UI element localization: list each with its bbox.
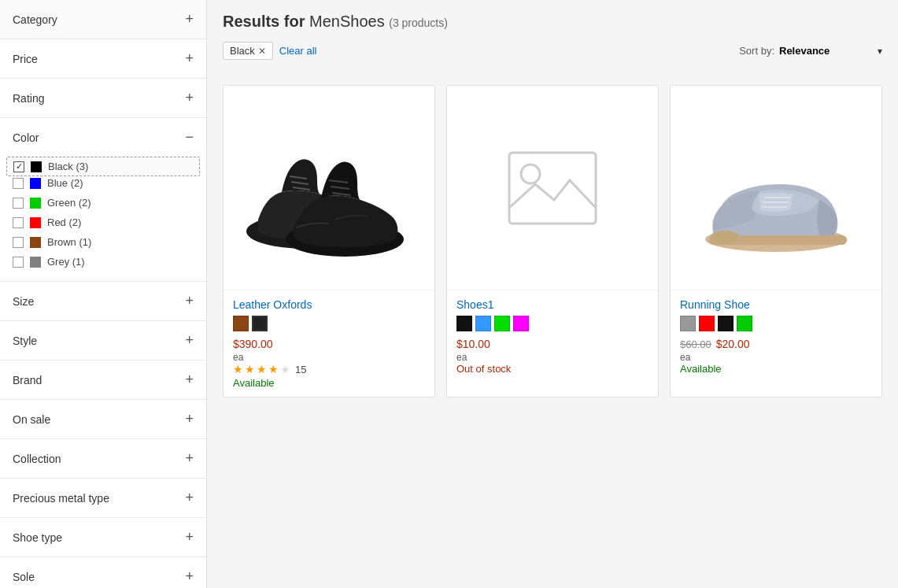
product-name-shoes1[interactable]: Shoes1 <box>456 298 649 311</box>
star3: ★ <box>257 363 267 375</box>
filter-on-sale[interactable]: On sale + <box>0 400 206 439</box>
star2: ★ <box>245 363 255 375</box>
checkmark-black: ✓ <box>16 161 23 172</box>
color-checkbox-blue[interactable] <box>13 178 24 189</box>
color-checkbox-black[interactable]: ✓ <box>13 161 24 172</box>
filter-category-icon: + <box>185 11 194 28</box>
product-name-leather-oxfords[interactable]: Leather Oxfords <box>233 298 425 311</box>
filter-collection[interactable]: Collection + <box>0 439 206 479</box>
color-text-grey: Grey (1) <box>47 256 85 268</box>
price-running-shoe: $20.00 <box>716 338 750 350</box>
star1: ★ <box>233 363 243 375</box>
main-content: Results for MenShoes (3 products) Black … <box>207 0 898 588</box>
color-option-blue[interactable]: Blue (2) <box>13 173 194 193</box>
color-checkbox-grey[interactable] <box>13 257 24 268</box>
filter-size[interactable]: Size + <box>0 282 206 321</box>
swatches-shoes1 <box>456 316 649 331</box>
product-info-leather-oxfords: Leather Oxfords $390.00 ea ★ ★ ★ ★ ★ <box>224 290 434 397</box>
filter-rating[interactable]: Rating + <box>0 79 206 118</box>
sort-label: Sort by: <box>739 45 774 57</box>
filter-color-icon: − <box>185 129 194 146</box>
filter-rating-label: Rating <box>13 92 44 105</box>
color-text-black: Black (3) <box>48 161 88 172</box>
color-swatch-grey <box>30 257 41 268</box>
app-container: Category + Price + Rating + Color − ✓ <box>0 0 898 588</box>
clear-all-button[interactable]: Clear all <box>279 45 317 57</box>
price-shoes1: $10.00 <box>456 338 490 350</box>
filter-style[interactable]: Style + <box>0 321 206 361</box>
filter-shoe-type[interactable]: Shoe type + <box>0 518 206 557</box>
filter-category[interactable]: Category + <box>0 0 206 39</box>
filter-collection-label: Collection <box>13 453 61 465</box>
filter-color-header[interactable]: Color − <box>0 118 206 157</box>
price-row-shoes1: $10.00 <box>456 338 649 350</box>
color-text-blue: Blue (2) <box>47 177 83 189</box>
filter-precious-metal-type-label: Precious metal type <box>13 492 109 505</box>
swatch-black-shoes1[interactable] <box>456 316 472 331</box>
swatch-blue-shoes1[interactable] <box>475 316 491 331</box>
filter-brand-icon: + <box>185 372 194 388</box>
price-row-running-shoe: $60.00 $20.00 <box>680 338 872 350</box>
color-text-brown: Brown (1) <box>47 236 91 248</box>
color-option-brown[interactable]: Brown (1) <box>13 232 194 252</box>
filter-style-label: Style <box>13 335 37 347</box>
product-card-leather-oxfords: Leather Oxfords $390.00 ea ★ ★ ★ ★ ★ <box>223 85 435 398</box>
color-checkbox-red[interactable] <box>13 217 24 228</box>
sort-select-wrap: Relevance Price: Low to High Price: High… <box>779 45 882 57</box>
active-filters-bar: Black ✕ Clear all <box>223 42 316 60</box>
product-card-running-shoe: Running Shoe $60.00 $20.00 ea Available <box>670 85 882 398</box>
swatch-brown[interactable] <box>233 316 249 331</box>
availability-running-shoe: Available <box>680 363 872 375</box>
availability-leather-oxfords: Available <box>233 377 425 389</box>
unit-running-shoe: ea <box>680 352 872 363</box>
swatch-magenta-shoes1[interactable] <box>513 316 529 331</box>
active-filter-black[interactable]: Black ✕ <box>223 42 273 60</box>
product-image-shoes1 <box>447 86 658 290</box>
results-query: MenShoes <box>309 13 385 30</box>
color-checkbox-brown[interactable] <box>13 237 24 248</box>
product-image-leather-oxfords <box>224 86 434 290</box>
color-checkbox-green[interactable] <box>13 198 24 209</box>
results-title: Results for MenShoes (3 products) <box>223 13 882 31</box>
product-shoe1-svg <box>242 109 416 267</box>
svg-point-15 <box>711 231 739 243</box>
color-option-green[interactable]: Green (2) <box>13 193 194 213</box>
product-name-running-shoe[interactable]: Running Shoe <box>680 298 872 311</box>
filter-price-icon: + <box>185 50 194 67</box>
placeholder-svg <box>505 149 600 227</box>
swatch-grey-running[interactable] <box>680 316 696 331</box>
color-swatch-blue <box>30 178 41 189</box>
product-info-running-shoe: Running Shoe $60.00 $20.00 ea Available <box>671 290 881 383</box>
filter-price[interactable]: Price + <box>0 39 206 79</box>
color-swatch-brown <box>30 237 41 248</box>
filter-on-sale-label: On sale <box>13 413 50 426</box>
color-option-grey[interactable]: Grey (1) <box>13 252 194 272</box>
color-option-red[interactable]: Red (2) <box>13 213 194 232</box>
filter-brand[interactable]: Brand + <box>0 361 206 400</box>
active-filter-black-label: Black <box>230 45 255 57</box>
remove-filter-black-icon[interactable]: ✕ <box>258 46 266 57</box>
swatch-black-running[interactable] <box>718 316 734 331</box>
unit-shoes1: ea <box>456 352 649 363</box>
price-row-leather-oxfords: $390.00 <box>233 338 425 350</box>
color-swatch-red <box>30 217 41 228</box>
color-text-red: Red (2) <box>47 216 81 228</box>
filter-shoe-type-icon: + <box>185 529 194 545</box>
filter-precious-metal-type[interactable]: Precious metal type + <box>0 479 206 518</box>
swatches-running-shoe <box>680 316 872 331</box>
product-shoe2-svg <box>689 109 863 267</box>
filter-color-section: Color − ✓ Black (3) Blue (2) <box>0 118 206 282</box>
product-info-shoes1: Shoes1 $10.00 ea Out of stock <box>447 290 658 383</box>
filter-sole-label: Sole <box>13 571 35 583</box>
swatch-red-running[interactable] <box>699 316 715 331</box>
filter-on-sale-icon: + <box>185 411 194 427</box>
sort-select[interactable]: Relevance Price: Low to High Price: High… <box>779 45 882 57</box>
filter-size-icon: + <box>185 293 194 309</box>
results-count: (3 products) <box>389 17 448 29</box>
sort-bar: Sort by: Relevance Price: Low to High Pr… <box>739 45 882 57</box>
swatch-black[interactable] <box>252 316 268 331</box>
filter-sole[interactable]: Sole + <box>0 557 206 588</box>
swatch-green-running[interactable] <box>737 316 752 331</box>
color-swatch-green <box>30 198 41 209</box>
swatch-green-shoes1[interactable] <box>494 316 510 331</box>
